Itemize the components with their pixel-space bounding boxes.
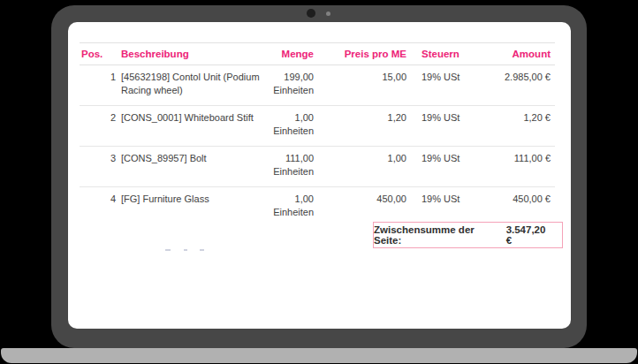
column-header-tax: Steuern bbox=[406, 49, 488, 59]
laptop-screen: Pos. Beschreibung Menge Preis pro ME Ste… bbox=[68, 22, 571, 329]
webcam-icon bbox=[307, 9, 315, 18]
cell-price: 450,00 bbox=[314, 193, 406, 219]
cell-price: 1,20 bbox=[314, 111, 406, 138]
cell-pos: 4 bbox=[80, 193, 119, 219]
table-row: 2 [CONS_0001] Whiteboard Stift 1,00Einhe… bbox=[80, 106, 555, 147]
column-header-pos: Pos. bbox=[80, 49, 119, 59]
cell-description: [CONS_89957] Bolt bbox=[119, 152, 268, 178]
cell-tax: 19% USt bbox=[406, 71, 488, 97]
cell-amount: 450,00 € bbox=[488, 193, 555, 219]
qty-unit: Einheiten bbox=[273, 207, 314, 217]
table-row: 3 [CONS_89957] Bolt 111,00Einheiten 1,00… bbox=[80, 147, 555, 187]
cell-amount: 111,00 € bbox=[488, 152, 555, 178]
qty-value: 199,00 bbox=[284, 72, 314, 82]
cell-pos: 3 bbox=[80, 152, 119, 178]
laptop-base bbox=[1, 348, 637, 363]
column-header-amount: Amount bbox=[488, 49, 555, 59]
qty-value: 111,00 bbox=[285, 153, 314, 163]
page-subtotal-box: Zwischensumme der Seite: 3.547,20 € bbox=[373, 222, 563, 248]
column-header-price: Preis pro ME bbox=[314, 49, 406, 59]
cell-price: 15,00 bbox=[314, 71, 406, 97]
table-body: 1 [45632198] Contol Unit (Podium Racing … bbox=[80, 65, 555, 227]
table-header-row: Pos. Beschreibung Menge Preis pro ME Ste… bbox=[80, 42, 555, 65]
laptop-bezel: Pos. Beschreibung Menge Preis pro ME Ste… bbox=[51, 5, 587, 348]
cell-description: [CONS_0001] Whiteboard Stift bbox=[119, 111, 268, 138]
webcam-led-icon bbox=[326, 11, 330, 16]
column-header-qty: Menge bbox=[268, 49, 314, 59]
cell-description: [FG] Furniture Glass bbox=[119, 193, 268, 219]
qty-value: 1,00 bbox=[295, 112, 314, 123]
qty-unit: Einheiten bbox=[273, 125, 314, 136]
cell-price: 1,00 bbox=[314, 152, 406, 178]
cell-tax: 19% USt bbox=[406, 152, 488, 178]
invoice-line-items-table: Pos. Beschreibung Menge Preis pro ME Ste… bbox=[80, 42, 555, 227]
qty-value: 1,00 bbox=[295, 193, 314, 204]
cell-qty: 1,00Einheiten bbox=[268, 193, 314, 219]
qty-unit: Einheiten bbox=[273, 85, 314, 95]
cell-qty: 111,00Einheiten bbox=[268, 152, 314, 178]
device-mockup: Pos. Beschreibung Menge Preis pro ME Ste… bbox=[0, 0, 638, 364]
cell-qty: 1,00Einheiten bbox=[268, 111, 314, 138]
cell-description: [45632198] Contol Unit (Podium Racing wh… bbox=[119, 71, 268, 97]
page-subtotal-label: Zwischensumme der Seite: bbox=[374, 224, 503, 246]
cell-amount: 2.985,00 € bbox=[488, 71, 555, 97]
cell-pos: 1 bbox=[80, 71, 119, 97]
table-row: 1 [45632198] Contol Unit (Podium Racing … bbox=[80, 65, 555, 106]
cell-pos: 2 bbox=[80, 111, 119, 138]
cell-amount: 1,20 € bbox=[488, 111, 555, 138]
cell-tax: 19% USt bbox=[406, 111, 488, 138]
cell-qty: 199,00Einheiten bbox=[268, 71, 314, 97]
column-header-description: Beschreibung bbox=[119, 49, 268, 59]
qty-unit: Einheiten bbox=[273, 166, 314, 177]
page-subtotal-value: 3.547,20 € bbox=[506, 224, 553, 246]
cell-tax: 19% USt bbox=[406, 193, 488, 219]
